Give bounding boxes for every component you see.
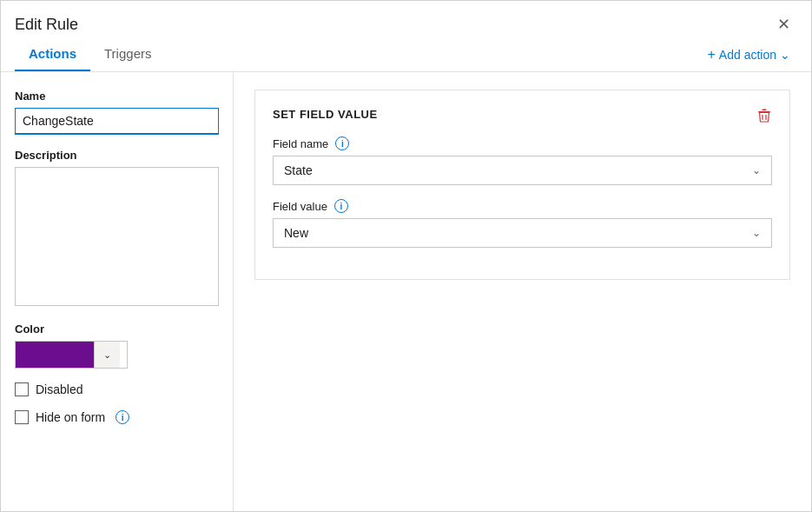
disabled-checkbox-row[interactable]: Disabled [15,382,219,396]
field-name-dropdown-arrow-icon: ⌄ [752,164,761,176]
tab-actions[interactable]: Actions [15,37,90,71]
close-button[interactable]: ✕ [770,11,797,37]
dialog-body: Name Description Color ⌄ Disabled [1,72,811,511]
tabs-container: Actions Triggers [15,37,165,71]
dialog-header: Edit Rule ✕ [1,1,811,37]
field-value-label-row: Field value i [273,199,772,213]
color-label: Color [15,322,219,336]
disabled-checkbox[interactable] [15,382,29,396]
name-field-group: Name [15,90,219,135]
add-action-label: Add action [719,48,776,62]
name-label: Name [15,90,219,103]
field-value-info-icon[interactable]: i [334,199,348,213]
disabled-label: Disabled [36,382,83,396]
hide-on-form-info-icon[interactable]: i [116,410,129,424]
color-swatch [16,342,94,368]
field-name-value: State [284,163,313,177]
hide-on-form-checkbox-row[interactable]: Hide on form i [15,410,219,424]
field-name-dropdown[interactable]: State ⌄ [273,156,772,185]
left-panel: Name Description Color ⌄ Disabled [1,72,234,511]
description-field-group: Description [15,149,219,309]
add-action-chevron-icon: ⌄ [780,48,790,62]
hide-on-form-checkbox[interactable] [15,410,29,424]
tabs-row: Actions Triggers + Add action ⌄ [1,37,811,72]
name-input[interactable] [15,108,219,135]
tab-triggers[interactable]: Triggers [90,37,165,71]
field-name-label: Field name [273,137,328,150]
delete-icon [756,108,772,128]
dialog-title: Edit Rule [15,16,78,34]
delete-action-button[interactable] [753,104,776,131]
add-action-button[interactable]: + Add action ⌄ [700,42,797,68]
color-section: Color ⌄ [15,322,219,369]
add-action-plus-icon: + [707,47,715,63]
svg-rect-1 [762,110,767,111]
field-name-label-row: Field name i [273,136,772,150]
field-name-info-icon[interactable]: i [335,136,349,150]
field-value-dropdown-arrow-icon: ⌄ [752,227,761,239]
edit-rule-dialog: Edit Rule ✕ Actions Triggers + Add actio… [0,0,812,512]
field-name-row: Field name i State ⌄ [273,136,772,185]
field-value-row: Field value i New ⌄ [273,199,772,248]
action-section: SET FIELD VALUE [254,90,790,280]
field-value-label: Field value [273,200,327,213]
action-title: SET FIELD VALUE [273,108,772,121]
description-textarea[interactable] [15,167,219,306]
field-value-value: New [284,226,308,240]
field-value-dropdown[interactable]: New ⌄ [273,218,772,248]
hide-on-form-label: Hide on form [36,410,105,424]
right-panel: SET FIELD VALUE [234,72,811,511]
color-picker-button[interactable]: ⌄ [15,341,128,369]
description-label: Description [15,149,219,162]
color-dropdown-arrow-icon: ⌄ [94,342,120,368]
